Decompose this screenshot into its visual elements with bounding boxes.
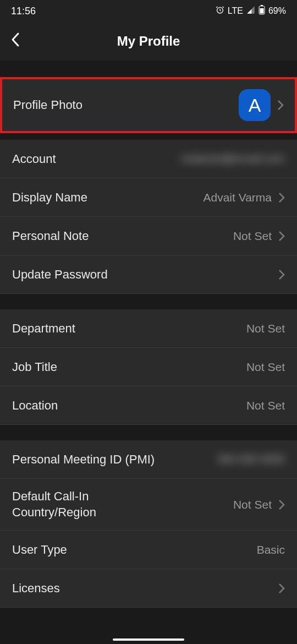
row-department[interactable]: Department Not Set — [0, 309, 297, 348]
location-value: Not Set — [246, 399, 285, 412]
status-bar: 11:56 LTE 69% — [0, 0, 297, 22]
job-title-value: Not Set — [246, 361, 285, 374]
display-name-value: Advait Varma — [204, 191, 272, 204]
account-label: Account — [12, 152, 56, 166]
battery-icon — [258, 5, 265, 17]
row-licenses[interactable]: Licenses — [0, 569, 297, 608]
callin-label: Default Call-In Country/Region — [12, 489, 96, 520]
row-profile-photo[interactable]: Profile Photo A — [0, 77, 297, 133]
personal-note-label: Personal Note — [12, 229, 89, 243]
job-title-label: Job Title — [12, 360, 57, 374]
profile-photo-label: Profile Photo — [13, 98, 82, 112]
avatar: A — [239, 89, 271, 121]
department-value: Not Set — [246, 322, 285, 335]
pmi-label: Personal Meeting ID (PMI) — [12, 452, 155, 467]
row-location[interactable]: Location Not Set — [0, 386, 297, 425]
pmi-value: 000 000 0000 — [218, 453, 285, 466]
row-user-type[interactable]: User Type Basic — [0, 531, 297, 569]
chevron-right-icon — [278, 231, 285, 242]
personal-note-value: Not Set — [233, 230, 272, 243]
avatar-letter: A — [249, 95, 261, 116]
chevron-right-icon — [278, 583, 285, 594]
row-update-password[interactable]: Update Password — [0, 255, 297, 294]
chevron-right-icon — [278, 499, 285, 510]
row-personal-note[interactable]: Personal Note Not Set — [0, 217, 297, 255]
row-pmi[interactable]: Personal Meeting ID (PMI) 000 000 0000 — [0, 440, 297, 479]
battery-percent: 69% — [268, 6, 286, 16]
svg-rect-2 — [261, 5, 263, 6]
licenses-label: Licenses — [12, 581, 60, 596]
chevron-right-icon — [277, 100, 284, 111]
account-value: redacted@email.com — [181, 152, 285, 165]
chevron-right-icon — [278, 192, 285, 203]
user-type-label: User Type — [12, 543, 67, 557]
header: My Profile — [0, 22, 297, 61]
row-callin-country[interactable]: Default Call-In Country/Region Not Set — [0, 479, 297, 531]
page-title: My Profile — [117, 34, 180, 49]
display-name-label: Display Name — [12, 190, 87, 205]
network-label: LTE — [228, 6, 243, 16]
user-type-value: Basic — [257, 543, 285, 556]
chevron-right-icon — [278, 269, 285, 280]
row-display-name[interactable]: Display Name Advait Varma — [0, 178, 297, 217]
location-label: Location — [12, 399, 58, 413]
department-label: Department — [12, 321, 75, 336]
status-right: LTE 69% — [216, 5, 286, 17]
signal-icon — [246, 6, 255, 17]
alarm-icon — [216, 6, 224, 17]
back-button[interactable] — [11, 32, 20, 51]
home-indicator[interactable] — [113, 638, 184, 641]
svg-rect-3 — [260, 8, 263, 14]
callin-value: Not Set — [233, 498, 272, 511]
row-account[interactable]: Account redacted@email.com — [0, 140, 297, 178]
row-job-title[interactable]: Job Title Not Set — [0, 348, 297, 386]
status-time: 11:56 — [11, 6, 36, 17]
update-password-label: Update Password — [12, 268, 108, 282]
